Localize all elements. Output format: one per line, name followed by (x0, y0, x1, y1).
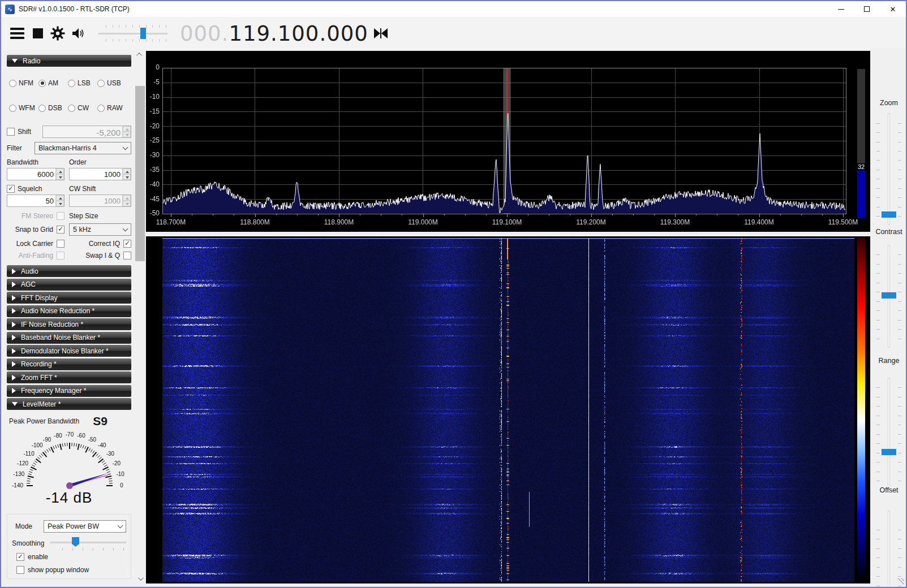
show-popup-checkbox[interactable] (16, 566, 24, 574)
spinner[interactable] (122, 126, 131, 137)
snap-step-icon[interactable] (374, 28, 388, 38)
order-input[interactable]: 1000 (69, 168, 131, 180)
cw-shift-input[interactable]: 1000 (69, 194, 131, 207)
radio-circle (97, 80, 105, 87)
shift-checkbox[interactable] (7, 128, 15, 136)
fft-spectrum[interactable] (146, 51, 870, 232)
mode-label: NFM (19, 79, 33, 87)
panel-header-audio-noise-reduction[interactable]: Audio Noise Reduction * (7, 305, 131, 317)
scrollbar-thumb[interactable] (135, 86, 145, 261)
radio-circle (68, 80, 75, 87)
range-slider-thumb[interactable] (882, 449, 896, 455)
spinner[interactable] (122, 195, 131, 206)
meter-db-value: -14 dB (7, 489, 131, 507)
correct-iq-checkbox[interactable] (123, 240, 131, 248)
lock-carrier-label: Lock Carrier (16, 240, 53, 248)
panel-title: LevelMeter * (23, 400, 61, 408)
expand-arrow-icon (12, 295, 16, 301)
show-popup-label: show popup window (28, 566, 89, 574)
slider-ticks (876, 246, 880, 347)
maximize-button[interactable] (854, 1, 880, 17)
menu-button[interactable] (10, 28, 24, 39)
close-icon: ✕ (890, 5, 896, 14)
settings-gear-icon[interactable] (50, 26, 65, 41)
offset-slider[interactable] (876, 511, 901, 588)
panel-title: Audio (21, 267, 38, 275)
range-slider[interactable] (876, 378, 901, 489)
scroll-down-button[interactable] (135, 574, 145, 583)
stop-button[interactable] (33, 28, 43, 38)
spinner[interactable] (122, 168, 131, 180)
panel-header-levelmeter[interactable]: LevelMeter * (7, 398, 131, 410)
enable-checkbox[interactable] (16, 553, 24, 561)
audio-mute-button[interactable] (71, 27, 86, 40)
mode-row-2: WFMDSBCWRAW (9, 104, 131, 112)
signal-level-bar: 32 (857, 69, 865, 218)
squelch-input[interactable]: 50 (7, 194, 65, 207)
enable-label: enable (28, 553, 48, 561)
collapse-arrow-icon (12, 402, 18, 406)
frequency-leading-zeros: 000. (180, 21, 229, 46)
fm-stereo-checkbox[interactable] (57, 212, 65, 220)
mode-radio-lsb[interactable]: LSB (68, 79, 97, 87)
expand-arrow-icon (12, 308, 16, 314)
mode-radio-nfm[interactable]: NFM (9, 79, 38, 87)
close-button[interactable]: ✕ (880, 1, 906, 17)
panel-header-recording[interactable]: Recording * (7, 358, 131, 370)
smoothing-thumb[interactable] (72, 537, 79, 547)
spinner[interactable] (55, 195, 64, 206)
frequency-display[interactable]: 000.119.100.000 (180, 21, 368, 46)
panel-header-baseband-noise-blanker[interactable]: Baseband Noise Blanker * (7, 332, 131, 344)
contrast-slider[interactable] (876, 245, 901, 348)
resize-grip[interactable] (897, 578, 904, 585)
panel-header-zoom-fft[interactable]: Zoom FFT * (7, 371, 131, 383)
shift-input[interactable]: -5,200 (42, 126, 131, 138)
sdrsharp-window: ∿ SDR# v1.0.0.1500 - RTL-SDR (TCP) ✕ (0, 0, 907, 588)
sidebar: Radio NFMAMLSBUSB WFMDSBCWRAW Shift -5,2… (1, 50, 135, 583)
collapse-arrow-icon (12, 59, 18, 63)
sidebar-scrollbar[interactable] (135, 50, 145, 583)
mode-radio-cw[interactable]: CW (68, 104, 97, 112)
slider-track (888, 511, 890, 588)
expand-arrow-icon (12, 269, 16, 274)
volume-slider[interactable] (98, 25, 167, 42)
anti-fading-checkbox[interactable] (57, 252, 65, 260)
shift-label: Shift (18, 128, 42, 136)
minimize-button[interactable] (828, 1, 854, 17)
panel-header-fft-display[interactable]: FFT Display (7, 292, 131, 304)
mode-radio-am[interactable]: AM (38, 79, 68, 87)
snap-to-grid-checkbox[interactable] (57, 226, 65, 234)
spinner[interactable] (55, 168, 64, 180)
lock-carrier-checkbox[interactable] (57, 240, 65, 248)
waterfall-display[interactable] (162, 238, 854, 582)
panel-header-audio[interactable]: Audio (7, 265, 131, 277)
mode-radio-raw[interactable]: RAW (97, 104, 127, 112)
panel-header-agc[interactable]: AGC (7, 279, 131, 291)
mode-radio-usb[interactable]: USB (97, 79, 127, 87)
mode-radio-wfm[interactable]: WFM (9, 104, 38, 112)
mode-label: CW (78, 104, 89, 112)
mode-label: LSB (78, 79, 91, 87)
volume-thumb[interactable] (140, 28, 146, 39)
swap-iq-checkbox[interactable] (123, 252, 131, 260)
panel-header-radio[interactable]: Radio (7, 55, 131, 67)
expand-arrow-icon (12, 282, 16, 287)
mode-label: AM (48, 79, 58, 87)
squelch-checkbox[interactable] (7, 185, 15, 193)
zoom-slider[interactable] (876, 113, 901, 225)
smoothing-slider[interactable] (50, 536, 126, 551)
levelmeter-options-group: Mode Peak Power BW Smoothing enable (7, 514, 131, 579)
filter-dropdown[interactable]: Blackman-Harris 4 (35, 142, 131, 154)
step-size-dropdown[interactable]: 5 kHz (69, 223, 131, 236)
zoom-slider-thumb[interactable] (882, 211, 896, 218)
contrast-slider-thumb[interactable] (882, 292, 896, 299)
panel-header-if-noise-reduction[interactable]: IF Noise Reduction * (7, 318, 131, 330)
slider-track (888, 113, 890, 225)
mode-dropdown[interactable]: Peak Power BW (44, 520, 126, 533)
panel-header-frequency-manager[interactable]: Frequency Manager * (7, 385, 131, 397)
contrast-slider-label: Contrast (871, 228, 906, 236)
bandwidth-input[interactable]: 6000 (7, 168, 65, 180)
panel-header-demodulator-noise-blanker[interactable]: Demodulator Noise Blanker * (7, 345, 131, 357)
mode-radio-dsb[interactable]: DSB (38, 104, 68, 112)
scroll-up-button[interactable] (135, 50, 145, 59)
